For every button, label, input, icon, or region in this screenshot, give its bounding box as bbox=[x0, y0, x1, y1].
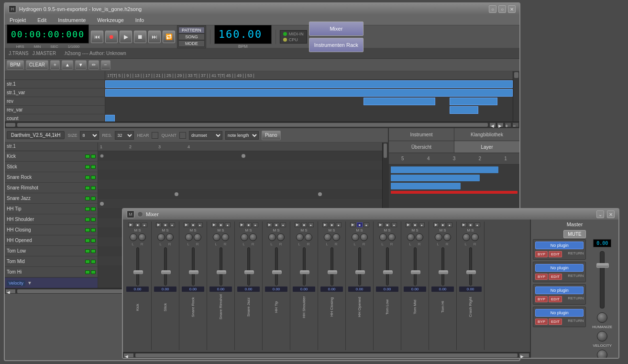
led-green2[interactable] bbox=[91, 270, 96, 274]
byp-button-2[interactable]: BYP bbox=[535, 274, 548, 280]
led-green2[interactable] bbox=[91, 176, 96, 179]
mixer-scrollbar-h[interactable]: ◄ ► bbox=[123, 352, 530, 358]
led-green2[interactable] bbox=[91, 197, 96, 200]
edit-button-3[interactable]: EDIT bbox=[549, 296, 562, 302]
led-green2[interactable] bbox=[91, 207, 96, 211]
led-green[interactable] bbox=[85, 260, 90, 264]
pencil-button[interactable]: ✏ bbox=[88, 60, 99, 70]
beat-row-stick[interactable] bbox=[98, 161, 388, 170]
instrument-tab[interactable]: Instrument bbox=[389, 128, 454, 141]
instrument-hh-shoulder[interactable]: HH Shoulder bbox=[5, 214, 98, 225]
ch-knob-l[interactable] bbox=[130, 233, 137, 241]
led-green[interactable] bbox=[85, 207, 90, 211]
byp-button-4[interactable]: BYP bbox=[535, 319, 548, 325]
timing-knob[interactable] bbox=[597, 350, 607, 358]
beat-row-snare-jazz[interactable] bbox=[98, 189, 388, 199]
led-green[interactable] bbox=[85, 249, 90, 253]
track-item[interactable]: str.1_var bbox=[5, 88, 105, 97]
song-scrollbar-v[interactable] bbox=[513, 71, 519, 121]
beat-row-snare-rock[interactable] bbox=[98, 170, 388, 180]
byp-button-1[interactable]: BYP bbox=[535, 251, 548, 257]
maximize-button[interactable]: ○ bbox=[498, 5, 506, 13]
drumset-select[interactable]: drumset bbox=[189, 131, 222, 140]
led-green[interactable] bbox=[85, 154, 90, 158]
menu-edit[interactable]: Edit bbox=[34, 16, 49, 24]
instrument-snare-jazz[interactable]: Snare Jazz bbox=[5, 193, 98, 204]
mode-button[interactable]: MODE bbox=[178, 40, 205, 47]
menu-info[interactable]: Info bbox=[132, 16, 147, 24]
edit-button-4[interactable]: EDIT bbox=[549, 319, 562, 325]
menu-projekt[interactable]: Projekt bbox=[7, 16, 29, 24]
instrument-tom-low[interactable]: Tom Low bbox=[5, 246, 98, 256]
song-mode-button[interactable]: SONG bbox=[178, 33, 205, 40]
track-item[interactable]: str.1 bbox=[5, 80, 105, 88]
led-green[interactable] bbox=[85, 176, 90, 179]
led-green[interactable] bbox=[85, 239, 90, 243]
pattern-area[interactable]: 1T|T| 5 | | 9 | | 13 | | 17 | | 21 | | 2… bbox=[105, 71, 513, 121]
master-fader-handle[interactable] bbox=[596, 263, 609, 268]
edit-button-1[interactable]: EDIT bbox=[549, 251, 562, 257]
velocity-knob[interactable] bbox=[597, 331, 607, 342]
plugin-button-3[interactable]: No plugin bbox=[535, 287, 584, 294]
instrument-snare-rimshot[interactable]: Snare Rimshot bbox=[5, 183, 98, 193]
note-length-select[interactable]: note length bbox=[225, 131, 259, 140]
menu-instrumente[interactable]: Instrumente bbox=[55, 16, 88, 24]
instrument-tom-mid[interactable]: Tom Mid bbox=[5, 256, 98, 267]
instrument-stick[interactable]: Stick bbox=[5, 162, 98, 172]
instrument-hh-opened[interactable]: HH Opened bbox=[5, 235, 98, 246]
ch-knob-r[interactable] bbox=[138, 233, 146, 241]
led-green2[interactable] bbox=[91, 218, 96, 221]
ch-fader-handle[interactable] bbox=[133, 270, 143, 274]
mixer-button[interactable]: Mixer bbox=[309, 22, 364, 36]
beat-row-hh-tip[interactable] bbox=[98, 199, 388, 209]
master-mute-button[interactable]: MUTE bbox=[563, 230, 585, 238]
hear-toggle[interactable] bbox=[152, 132, 158, 139]
ch-play-btn[interactable]: ▶ bbox=[128, 222, 134, 227]
led-green[interactable] bbox=[85, 197, 90, 200]
beat-row-snare-rimshot[interactable] bbox=[98, 180, 388, 189]
led-green[interactable] bbox=[85, 270, 90, 274]
led-green[interactable] bbox=[85, 186, 90, 190]
master-fader-track[interactable] bbox=[600, 251, 605, 309]
plugin-button-1[interactable]: No plugin bbox=[535, 242, 584, 249]
add-button[interactable]: + bbox=[50, 60, 60, 70]
instrument-tom-hi[interactable]: Tom Hi bbox=[5, 267, 98, 277]
fast-forward-button[interactable]: ⏭ bbox=[148, 31, 161, 43]
instrument-kick[interactable]: Kick bbox=[5, 151, 98, 162]
led-green2[interactable] bbox=[91, 239, 96, 243]
plugin-button-4[interactable]: No plugin bbox=[535, 309, 584, 317]
res-select[interactable]: 3216 bbox=[115, 131, 134, 140]
instrument-hh-tip[interactable]: HH Tip bbox=[5, 204, 98, 214]
minimize-button[interactable]: ○ bbox=[489, 5, 496, 13]
humanize-knob[interactable] bbox=[597, 312, 607, 323]
track-item[interactable]: count bbox=[5, 114, 105, 121]
plugin-button-2[interactable]: No plugin bbox=[535, 264, 584, 272]
close-button[interactable]: ✕ bbox=[508, 5, 516, 13]
song-scrollbar-h[interactable]: ◄ ► + − bbox=[5, 121, 519, 127]
ch-stop-btn[interactable]: ■ bbox=[135, 222, 141, 227]
velocity-arrow[interactable]: ▼ bbox=[27, 280, 32, 286]
beat-row-kick[interactable] bbox=[98, 151, 388, 161]
scrollbar-thumb[interactable] bbox=[17, 123, 488, 127]
mixer-close-button[interactable]: ✕ bbox=[607, 210, 615, 218]
down-button[interactable]: ▼ bbox=[75, 60, 87, 70]
led-green2[interactable] bbox=[91, 165, 96, 169]
bpm-button[interactable]: BPM bbox=[7, 60, 24, 70]
clear-button[interactable]: CLEAR bbox=[26, 60, 48, 70]
led-green2[interactable] bbox=[91, 249, 96, 253]
size-select[interactable]: 81632 bbox=[80, 131, 99, 140]
led-green2[interactable] bbox=[91, 186, 96, 190]
quant-toggle[interactable] bbox=[179, 132, 186, 139]
led-green2[interactable] bbox=[91, 154, 96, 158]
up-button[interactable]: ▲ bbox=[62, 60, 73, 70]
led-green[interactable] bbox=[85, 218, 90, 221]
led-green2[interactable] bbox=[91, 260, 96, 264]
instrument-hh-closing[interactable]: HH Closing bbox=[5, 225, 98, 235]
overview-tab[interactable]: Übersicht bbox=[389, 141, 454, 153]
stop-button[interactable]: ⏹ bbox=[134, 31, 146, 43]
byp-button-3[interactable]: BYP bbox=[535, 296, 548, 302]
minus-button[interactable]: − bbox=[101, 60, 110, 70]
menu-werkzeuge[interactable]: Werkzeuge bbox=[94, 16, 126, 24]
pattern-mode-button[interactable]: PATTERN bbox=[178, 27, 205, 33]
ch-rec-btn[interactable]: ● bbox=[142, 222, 147, 227]
